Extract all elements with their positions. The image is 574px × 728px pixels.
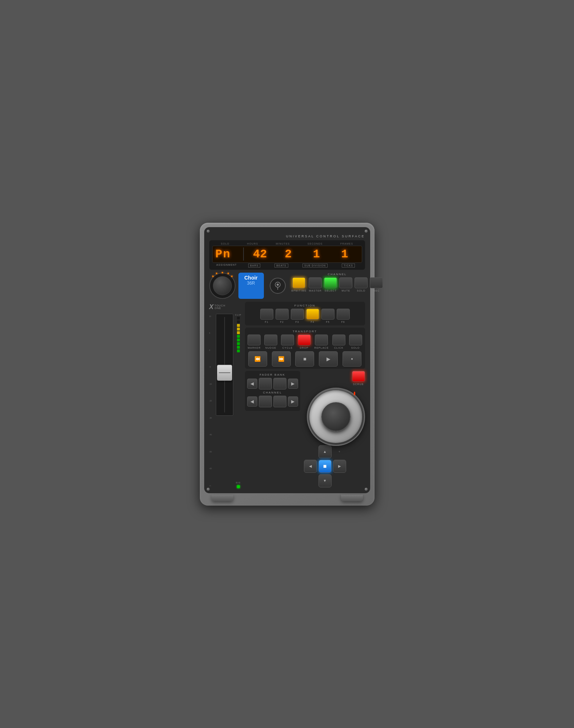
btn-f1-label: F1	[265, 321, 268, 323]
btn-cycle[interactable]: CYCLE	[281, 335, 294, 349]
encoder-knob[interactable]	[209, 273, 235, 299]
btn-f4-face[interactable]	[306, 309, 319, 320]
behringer-icon	[273, 281, 282, 290]
jog-marker	[354, 392, 355, 395]
lcd-ticks: 1	[336, 248, 354, 261]
btn-mute-face[interactable]	[339, 277, 352, 288]
fader-handle[interactable]	[217, 365, 232, 381]
btn-click-face[interactable]	[332, 335, 345, 345]
btn-drop-face[interactable]	[298, 335, 311, 345]
btn-rec-face[interactable]	[370, 277, 383, 288]
btn-f1-face[interactable]	[260, 309, 273, 320]
btn-solo-tr-face[interactable]	[349, 335, 362, 345]
btn-f2[interactable]: F2	[276, 309, 289, 323]
device-body: UNIVERSAL CONTROL SURFACE SOLO HOURS MIN…	[200, 223, 375, 506]
btn-mute[interactable]: MUTE	[339, 277, 352, 292]
btn-f4[interactable]: F4	[306, 309, 319, 323]
btn-record[interactable]: ●	[343, 351, 361, 367]
btn-scrub-face[interactable]	[352, 371, 365, 382]
btn-marker[interactable]: MARKER	[248, 335, 261, 349]
btn-bpm-time-face[interactable]	[292, 277, 305, 288]
knob-led-r	[231, 276, 233, 277]
svg-point-1	[277, 284, 279, 286]
btn-stop[interactable]: ■	[295, 351, 314, 367]
nav-center-btn[interactable]: ■	[318, 460, 332, 473]
lcd-label-minutes: MINUTES	[276, 242, 290, 245]
btn-cycle-label: CYCLE	[282, 347, 293, 349]
scale-5: 5	[209, 332, 215, 334]
meter-seg-8	[237, 342, 240, 345]
fader-bank-btn-right[interactable]	[273, 378, 286, 389]
btn-drop[interactable]: DROP	[298, 335, 311, 349]
btn-replace-face[interactable]	[315, 335, 328, 345]
btn-play[interactable]: ▶	[319, 351, 338, 367]
btn-click[interactable]: CLICK	[332, 335, 345, 349]
fader-bank-right[interactable]: ▶	[288, 379, 298, 389]
btn-rewind[interactable]: ⏪	[248, 351, 267, 367]
btn-rec-label: REC	[373, 289, 380, 292]
lcd-bars: 42	[251, 248, 269, 261]
btn-drop-label: DROP	[300, 347, 309, 349]
btn-cycle-face[interactable]	[281, 335, 294, 345]
btn-fast-forward[interactable]: ⏩	[272, 351, 291, 367]
channel-bank-right[interactable]: ▶	[288, 396, 298, 407]
btn-f5-label: F5	[326, 321, 329, 323]
btn-solo-ch-face[interactable]	[355, 277, 368, 288]
record-icon: ●	[351, 357, 353, 361]
btn-master-face[interactable]	[309, 277, 322, 288]
btn-f6[interactable]: F6	[337, 309, 350, 323]
btn-f2-face[interactable]	[276, 309, 289, 320]
btn-f1[interactable]: F1	[260, 309, 273, 323]
nav-down-btn[interactable]	[318, 474, 332, 487]
controls-section: FUNCTION F1 F2 F3	[245, 302, 365, 488]
channel-bank-left[interactable]: ◀	[247, 396, 257, 407]
channel-bank-btn-left[interactable]	[259, 396, 272, 407]
btn-master[interactable]: MASTER	[309, 277, 322, 292]
btn-nudge[interactable]: NUDGE	[264, 335, 277, 349]
btn-f5[interactable]: F5	[321, 309, 334, 323]
scale-n50: -50	[209, 451, 215, 453]
nav-right-btn[interactable]	[333, 460, 346, 473]
screw-tr	[364, 229, 368, 233]
btn-marker-face[interactable]	[248, 335, 261, 345]
scale-n5: -5	[209, 366, 215, 368]
channel-bank-btn-right[interactable]	[273, 396, 286, 407]
btn-solo-tr[interactable]: SOLO	[349, 335, 362, 349]
lcd-display: Pn 42 2 1 1	[212, 246, 362, 263]
lcd-assignment-value: Pn	[215, 248, 241, 261]
behringer-logo	[267, 273, 289, 299]
btn-bpm-time[interactable]: BPM/TIME	[292, 277, 307, 292]
channel-buttons-row: BPM/TIME MASTER SELECT MUTE	[292, 277, 383, 292]
btn-f5-face[interactable]	[321, 309, 334, 320]
knob-led-top	[222, 272, 223, 273]
device-inner: UNIVERSAL CONTROL SURFACE SOLO HOURS MIN…	[204, 227, 370, 493]
btn-select[interactable]: SELECT	[324, 277, 337, 292]
clip-label: CLIP	[235, 314, 241, 316]
btn-f3[interactable]: F3	[291, 309, 304, 323]
jog-wheel-ring	[309, 390, 362, 443]
nav-up-btn[interactable]	[318, 445, 332, 458]
scale-n30: -30	[209, 417, 215, 419]
scale-n40: -40	[209, 434, 215, 436]
btn-f6-face[interactable]	[337, 309, 350, 320]
btn-marker-label: MARKER	[248, 347, 261, 349]
transport-row1: MARKER NUDGE CYCLE DROP	[247, 335, 363, 349]
btn-f3-face[interactable]	[291, 309, 304, 320]
btn-solo-ch[interactable]: SOLO	[355, 277, 368, 292]
btn-select-face[interactable]	[324, 277, 337, 288]
btn-replace[interactable]: REPLACE	[314, 335, 329, 349]
scale-n60: -60	[209, 467, 215, 470]
lcd-beats-label: BEATS	[274, 264, 288, 268]
stop-icon: ■	[303, 356, 306, 362]
fader-bank-btn-left[interactable]	[259, 378, 272, 389]
btn-rec[interactable]: REC	[370, 277, 383, 292]
nav-left-btn[interactable]	[304, 460, 317, 473]
btn-scrub[interactable]: SCRUB	[352, 371, 365, 385]
top-controls-row: Choir 36R CHANNEL	[209, 273, 365, 299]
btn-nudge-face[interactable]	[264, 335, 277, 345]
btn-solo-ch-label: SOLO	[357, 289, 365, 292]
fader-bank-left[interactable]: ◀	[247, 379, 257, 389]
meter-bar	[237, 317, 240, 479]
meter-seg-9	[237, 346, 240, 349]
jog-wheel[interactable]	[307, 388, 365, 446]
